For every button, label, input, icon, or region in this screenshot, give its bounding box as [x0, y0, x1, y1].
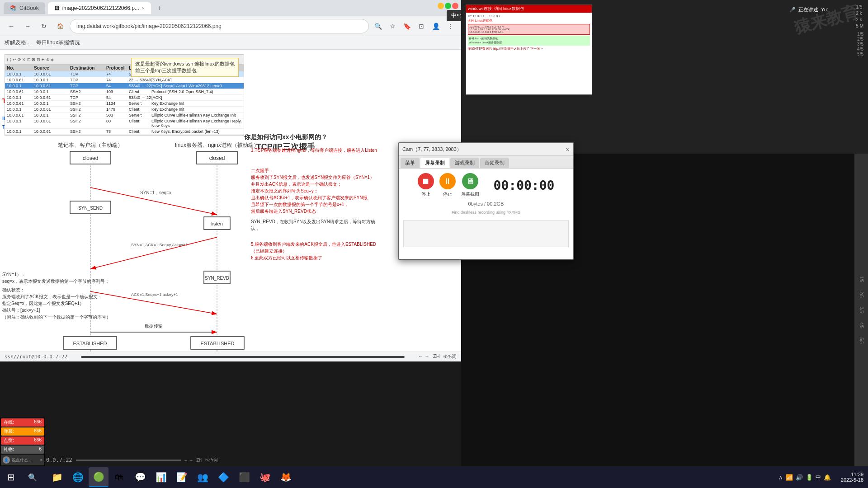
- back-button[interactable]: ←: [5, 19, 18, 33]
- systray-ime[interactable]: 中: [816, 474, 821, 481]
- note-seq-detail: 指定Seq=x，因此第二个报文发SEQ+1）: [2, 300, 142, 307]
- taskbar-firefox[interactable]: 🦊: [276, 467, 296, 487]
- packet-row-3[interactable]: 10.0.0.1 10.0.0.61 TCP 54 53840 → 22 [AC…: [5, 83, 244, 89]
- recording-titlebar: Cam（7, 77, 3833, 2083） ×: [399, 143, 573, 156]
- tab-gitbook[interactable]: 📚 GitBook: [4, 2, 45, 14]
- zoom-icon[interactable]: 🔍: [372, 20, 384, 33]
- systray-battery[interactable]: 🔋: [806, 474, 813, 481]
- chat-input[interactable]: 说点什么...: [12, 457, 38, 463]
- taskbar-date: 2022-5-18: [841, 477, 863, 483]
- taskbar-terminal[interactable]: ⬛: [234, 467, 254, 487]
- star-icon[interactable]: ☆: [386, 20, 399, 33]
- explanation-panel: 1.TCP服务端创建进程nginx，等待客户端连接，服务进入Listen 二次握…: [251, 147, 380, 261]
- exp-server-closed: 1.TCP服务端创建进程nginx，等待客户端连接，服务进入Listen: [251, 147, 380, 154]
- bookmark-1[interactable]: 析解及格...: [5, 39, 31, 47]
- cursor-position: ← →: [418, 353, 429, 360]
- packet-row-7[interactable]: 10.0.0.1 10.0.0.61 SSH2 1479 Client: Key…: [5, 107, 244, 113]
- systray: ∧ 📶 🔊 🔋 中 🔔: [773, 474, 836, 481]
- search-button[interactable]: 🔍: [22, 466, 43, 488]
- browser-content: TCP 三次握手实践 IP协议 确认 10.0.0.1 连接到 10.0.0.6…: [0, 50, 461, 361]
- note-ack-body: 服务端收到了ACK报文，表示也是一个确认报文：: [2, 293, 142, 300]
- taskbar-git[interactable]: 🐙: [255, 467, 275, 487]
- tab-image[interactable]: 🖼 image-20220506212122066.p... ×: [48, 2, 151, 14]
- recording-size: 0bytes / 00.2GB: [468, 201, 504, 206]
- packet-row-9[interactable]: 10.0.0.1 10.0.0.61 SSH2 80 Client: Ellip…: [5, 118, 244, 129]
- terminal-lang: ZH: [196, 458, 202, 463]
- article-content: TCP 三次握手实践 IP协议 确认 10.0.0.1 连接到 10.0.0.6…: [0, 50, 461, 361]
- avatar-icon: 👤: [3, 456, 10, 464]
- new-tab-button[interactable]: +: [154, 2, 165, 14]
- sidebar-label-5[interactable]: 5/5: [859, 338, 864, 344]
- server-established-text: ESTABLISHED: [201, 341, 235, 346]
- col-no: No.: [7, 66, 34, 70]
- start-button[interactable]: ⊞: [0, 466, 22, 488]
- rec-screenshot-btn[interactable]: 🖥 屏幕截图: [461, 173, 479, 197]
- sidebar-label-1[interactable]: 1/5: [859, 276, 864, 282]
- rec-tab-screen[interactable]: 屏幕录制: [420, 158, 449, 168]
- tab-image-label: image-20220506212122066.p...: [62, 5, 139, 11]
- rec-stop-btn[interactable]: ⏹ 停止: [418, 173, 434, 197]
- speaking-text: 正在讲述: Yu:: [798, 6, 828, 13]
- rec-tab-audio[interactable]: 音频录制: [480, 158, 509, 168]
- systray-network[interactable]: 📶: [786, 474, 793, 481]
- taskbar-wechat[interactable]: 💬: [130, 467, 150, 487]
- pause-icon: ⏸: [439, 173, 456, 189]
- col-proto: Protocol: [106, 66, 129, 70]
- exp-handshake2-title: 二次握手：: [251, 167, 380, 174]
- tab-gitbook-favicon: 📚: [10, 5, 17, 11]
- taskbar-clock[interactable]: 11:39 2022-5-18: [836, 472, 868, 483]
- sidebar-label-2[interactable]: 2/5: [859, 291, 864, 298]
- bookmark-2[interactable]: 每日linux掌握情况: [36, 39, 80, 47]
- taskbar-file-explorer[interactable]: 📁: [47, 467, 67, 487]
- window-maximize-btn[interactable]: [445, 3, 451, 9]
- systray-sound[interactable]: 🔊: [796, 474, 803, 481]
- annotation-text: 这是最超哥的windows ssh 连接linux的数据包 前三个是tcp三次握…: [135, 61, 235, 73]
- taskbar-excel[interactable]: 📊: [151, 467, 171, 487]
- packet-row-8[interactable]: 10.0.0.61 10.0.0.1 SSH2 503 Server: Elli…: [5, 113, 244, 118]
- taskbar-vscode[interactable]: 🔷: [213, 467, 233, 487]
- packet-row-10[interactable]: 10.0.0.1 10.0.0.61 SSH2 78 Client: New K…: [5, 129, 244, 135]
- refresh-button[interactable]: ↻: [37, 19, 51, 33]
- home-button[interactable]: 🏠: [53, 19, 67, 33]
- chat-close-btn[interactable]: ×: [40, 458, 42, 462]
- taskbar-store[interactable]: 🛍: [109, 467, 129, 487]
- slide-num-1: 1/5: [856, 5, 863, 9]
- bookmark-icon[interactable]: 🔖: [401, 20, 413, 33]
- packet-row-6[interactable]: 10.0.0.61 10.0.0.1 SSH2 1134 Server: Key…: [5, 101, 244, 107]
- packet-row-2[interactable]: 10.0.0.61 10.0.0.1 TCP 74 22 → 53840 [SY…: [5, 77, 244, 83]
- profile-icon[interactable]: 👤: [429, 20, 442, 33]
- forward-button[interactable]: →: [21, 19, 34, 33]
- likes-bar: 点赞: 666: [1, 436, 44, 445]
- packet-row-4[interactable]: 10.0.0.61 10.0.0.1 SSH2 103 Client: Prot…: [5, 89, 244, 95]
- rec-tab-menu[interactable]: 菜单: [401, 158, 420, 168]
- recording-close-btn[interactable]: ×: [566, 146, 570, 153]
- terminal-zoom: 625词: [205, 457, 218, 463]
- menu-icon[interactable]: ⋮: [444, 20, 457, 33]
- syn-label: SYN=1，seq=x: [140, 190, 171, 195]
- tab-image-close[interactable]: ×: [142, 5, 145, 11]
- rec-tab-game[interactable]: 游戏录制: [450, 158, 479, 168]
- taskbar-word[interactable]: 📝: [172, 467, 192, 487]
- tab-gitbook-label: GitBook: [19, 5, 39, 11]
- taskbar-teams[interactable]: 👥: [193, 467, 212, 487]
- chat-input-area: 👤 说点什么... ×: [1, 455, 44, 465]
- packet-row-5[interactable]: 10.0.0.1 10.0.0.61 TCP 54 53840 → 22 [AC…: [5, 95, 244, 101]
- window-minimize-btn[interactable]: [438, 3, 444, 9]
- viewers-count: 666: [34, 419, 42, 426]
- address-bar[interactable]: img.daidai.work/gitbook/pic/image-202205…: [70, 19, 369, 33]
- window-close-btn[interactable]: [452, 3, 458, 9]
- taskbar-chrome[interactable]: 🟢: [89, 467, 108, 487]
- taskbar-edge[interactable]: 🌐: [68, 467, 88, 487]
- listen-text: listen: [211, 221, 223, 226]
- rec-pause-btn[interactable]: ⏸ 停止: [439, 173, 456, 197]
- sidebar-label-3[interactable]: 3/5: [859, 307, 864, 313]
- systray-notify[interactable]: 🔔: [824, 474, 831, 481]
- tab-icon[interactable]: ⊡: [415, 20, 428, 33]
- sidebar-label-4[interactable]: 4/5: [859, 322, 864, 328]
- recording-tabs: 菜单 屏幕录制 游戏录制 音频录制: [399, 156, 573, 169]
- browser-bottom-bar: ssh//root@10.0.0.7:22 ← → ZH 625词: [0, 352, 461, 361]
- packet-toolbar-icons: ⟨ ⟩ ↩ ⟳ ✕ ⊡ ⊠ ⊟ ✦ ⊕ ◈: [7, 57, 54, 62]
- right-label: linux服务器、nginx进程（被动端）: [175, 142, 259, 148]
- client-established-text: ESTABLISHED: [73, 341, 107, 346]
- systray-arrow[interactable]: ∧: [778, 474, 783, 481]
